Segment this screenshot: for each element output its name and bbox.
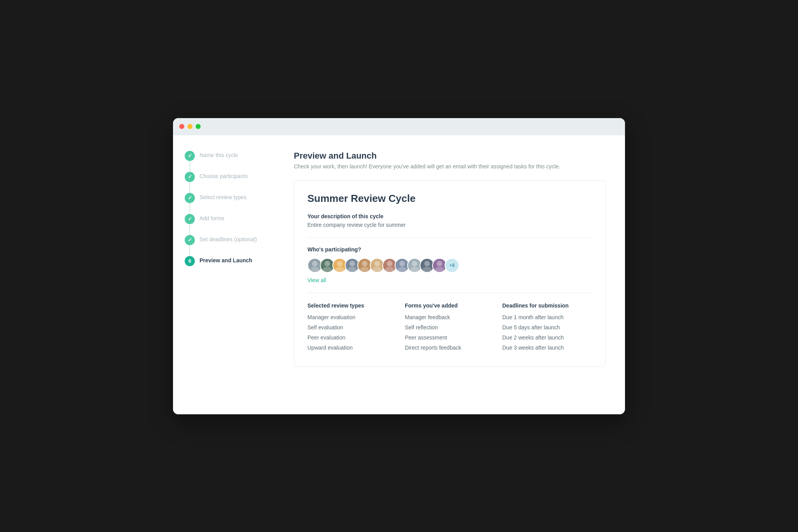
forms-header: Forms you've added: [405, 302, 494, 309]
step-label-1: Name this cycle: [200, 151, 238, 158]
minimize-button[interactable]: [187, 124, 192, 129]
review-types-col: Selected review types Manager evaluation…: [307, 302, 397, 355]
svg-point-11: [373, 267, 381, 272]
deadline-2: Due 5 days after launch: [502, 324, 592, 331]
step-item-4[interactable]: ✓ Add forms: [185, 214, 263, 235]
main-content: Preview and Launch Check your work, then…: [274, 135, 625, 414]
step-icon-2: ✓: [185, 172, 195, 182]
form-3: Peer assessment: [405, 334, 494, 341]
form-1: Manager feedback: [405, 314, 494, 320]
step-item-6[interactable]: 6 Preview and Launch: [185, 256, 263, 266]
step-list: ✓ Name this cycle ✓ Choose participants …: [185, 151, 263, 266]
step-label-6: Preview and Launch: [200, 256, 252, 263]
titlebar: [173, 118, 625, 135]
svg-point-16: [412, 261, 417, 266]
svg-point-5: [335, 267, 344, 272]
svg-point-2: [325, 261, 330, 266]
description-text: Entire company review cycle for summer: [307, 222, 592, 228]
forms-col: Forms you've added Manager feedback Self…: [405, 302, 494, 355]
step-label-3: Select review types: [200, 193, 247, 200]
deadline-3: Due 2 weeks after launch: [502, 334, 592, 341]
form-2: Self reflection: [405, 324, 494, 331]
svg-point-20: [437, 261, 442, 266]
svg-point-14: [399, 261, 405, 266]
app-window: ✓ Name this cycle ✓ Choose participants …: [173, 118, 625, 414]
step-icon-4: ✓: [185, 214, 195, 224]
svg-point-12: [387, 261, 392, 266]
cycle-title: Summer Review Cycle: [307, 193, 592, 205]
step-icon-1: ✓: [185, 151, 195, 161]
divider-2: [307, 293, 592, 293]
view-all-link[interactable]: View all: [307, 277, 326, 283]
svg-point-19: [422, 267, 431, 272]
review-type-4: Upward evaluation: [307, 345, 397, 351]
deadlines-col: Deadlines for submission Due 1 month aft…: [502, 302, 592, 355]
svg-point-1: [310, 267, 319, 272]
step-icon-5: ✓: [185, 235, 195, 245]
step-icon-6: 6: [185, 256, 195, 266]
step-item-3[interactable]: ✓ Select review types: [185, 193, 263, 214]
avatars-row: +8: [307, 258, 592, 273]
step-item-2[interactable]: ✓ Choose participants: [185, 172, 263, 193]
deadlines-header: Deadlines for submission: [502, 302, 592, 309]
svg-point-4: [337, 261, 343, 266]
svg-point-9: [360, 267, 369, 272]
svg-point-18: [424, 261, 430, 266]
maximize-button[interactable]: [196, 124, 201, 129]
svg-point-6: [350, 261, 355, 266]
svg-point-3: [323, 267, 332, 272]
svg-point-8: [362, 261, 367, 266]
form-4: Direct reports feedback: [405, 345, 494, 351]
step-label-4: Add forms: [200, 214, 224, 221]
review-types-header: Selected review types: [307, 302, 397, 309]
step-label-2: Choose participants: [200, 172, 248, 179]
svg-point-13: [385, 267, 394, 272]
svg-point-21: [435, 267, 444, 272]
participants-label: Who's participating?: [307, 246, 592, 253]
preview-card: Summer Review Cycle Your description of …: [294, 180, 606, 367]
step-label-5: Set deadlines (optional): [200, 235, 257, 242]
review-type-1: Manager evaluation: [307, 314, 397, 320]
close-button[interactable]: [179, 124, 184, 129]
review-info-grid: Selected review types Manager evaluation…: [307, 302, 592, 355]
review-type-2: Self evaluation: [307, 324, 397, 331]
avatar-more: +8: [445, 258, 459, 273]
step-item-1[interactable]: ✓ Name this cycle: [185, 151, 263, 172]
review-type-3: Peer evaluation: [307, 334, 397, 341]
sidebar: ✓ Name this cycle ✓ Choose participants …: [173, 135, 274, 414]
svg-point-15: [397, 267, 406, 272]
svg-point-10: [374, 261, 380, 266]
window-body: ✓ Name this cycle ✓ Choose participants …: [173, 135, 625, 414]
svg-point-7: [348, 267, 357, 272]
page-subtitle: Check your work, then launch! Everyone y…: [294, 163, 606, 170]
divider-1: [307, 237, 592, 238]
deadline-4: Due 3 weeks after launch: [502, 345, 592, 351]
description-label: Your description of this cycle: [307, 213, 592, 219]
step-icon-3: ✓: [185, 193, 195, 203]
page-title: Preview and Launch: [294, 151, 606, 161]
svg-point-17: [410, 267, 419, 272]
deadline-1: Due 1 month after launch: [502, 314, 592, 320]
svg-point-0: [312, 261, 318, 266]
step-item-5[interactable]: ✓ Set deadlines (optional): [185, 235, 263, 256]
